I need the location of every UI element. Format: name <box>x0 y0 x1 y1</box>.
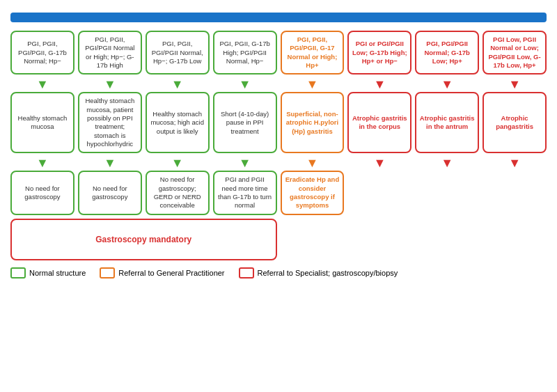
legend-item-2: Referral to Specialist; gastroscopy/biop… <box>239 267 398 279</box>
arrow1-0: ▼ <box>10 78 74 91</box>
top-cell-0: PGI, PGII, PGI/PGII, G-17b Normal; Hp− <box>10 31 74 75</box>
middle-cell-1: Healthy stomach mucosa, patient possibly… <box>78 92 142 153</box>
middle-cell-0: Healthy stomach mucosa <box>10 92 74 153</box>
top-cell-6: PGI, PGI/PGII Normal; G-17b Low; Hp+ <box>415 31 479 75</box>
page: PGI, PGII, PGI/PGII, G-17b Normal; Hp−PG… <box>0 0 557 285</box>
arrow1-1: ▼ <box>78 78 142 91</box>
bottom-cell-3: PGI and PGII need more time than G-17b t… <box>213 171 277 214</box>
bottom-cell-5: Gastroscopy mandatory <box>10 219 277 260</box>
arrow2-0: ▼ <box>10 157 74 169</box>
middle-cell-5: Atrophic gastritis in the corpus <box>347 92 411 153</box>
legend-box-green <box>10 267 26 279</box>
arrow1-2: ▼ <box>146 78 210 91</box>
arrow2-4: ▼ <box>281 157 345 169</box>
top-cell-2: PGI, PGII, PGI/PGII Normal, Hp−; G-17b L… <box>146 31 210 75</box>
middle-cell-4: Superficial, non-atrophic H.pylori (Hp) … <box>281 92 345 153</box>
legend-label-2: Referral to Specialist; gastroscopy/biop… <box>258 269 398 277</box>
middle-cell-6: Atrophic gastritis in the antrum <box>415 92 479 153</box>
arrow1-3: ▼ <box>213 78 277 91</box>
top-cell-3: PGI, PGII, G-17b High; PGI/PGII Normal, … <box>213 31 277 75</box>
middle-cell-2: Healthy stomach mucosa; high acid output… <box>146 92 210 153</box>
bottom-cell-2: No need for gastroscopy; GERD or NERD co… <box>146 171 210 214</box>
top-cell-7: PGI Low, PGII Normal or Low; PGI/PGII Lo… <box>483 31 547 75</box>
arrow-row-2: ▼▼▼▼▼▼▼▼ <box>10 157 547 169</box>
bottom-row: No need for gastroscopyNo need for gastr… <box>10 171 547 260</box>
arrow1-7: ▼ <box>483 78 547 91</box>
arrow-row-1: ▼▼▼▼▼▼▼▼ <box>10 78 547 91</box>
arrow1-4: ▼ <box>281 78 345 91</box>
bottom-cell-4: Eradicate Hp and consider gastroscopy if… <box>281 171 345 214</box>
legend-box-orange <box>100 267 115 279</box>
arrow2-2: ▼ <box>146 157 210 169</box>
top-cell-4: PGI, PGII, PGI/PGII, G-17 Normal or High… <box>281 31 345 75</box>
arrow2-6: ▼ <box>415 157 479 169</box>
arrow2-3: ▼ <box>213 157 277 169</box>
top-cell-1: PGI, PGII, PGI/PGII Normal or High; Hp−;… <box>78 31 142 75</box>
arrow1-6: ▼ <box>415 78 479 91</box>
legend: Normal structureReferral to General Prac… <box>10 267 547 279</box>
legend-item-0: Normal structure <box>10 267 86 279</box>
middle-cell-7: Atrophic pangastritis <box>483 92 547 153</box>
legend-label-0: Normal structure <box>29 269 86 277</box>
middle-row: Healthy stomach mucosaHealthy stomach mu… <box>10 92 547 153</box>
legend-item-1: Referral to General Practitioner <box>100 267 224 279</box>
middle-cell-3: Short (4-10-day) pause in PPI treatment <box>213 92 277 153</box>
arrow1-5: ▼ <box>347 78 411 91</box>
arrow2-1: ▼ <box>78 157 142 169</box>
top-cell-5: PGI or PGI/PGII Low; G-17b High; Hp+ or … <box>347 31 411 75</box>
legend-label-1: Referral to General Practitioner <box>118 269 224 277</box>
arrow2-7: ▼ <box>483 157 547 169</box>
arrow2-5: ▼ <box>347 157 411 169</box>
subtitle-bar <box>10 13 547 22</box>
top-row: PGI, PGII, PGI/PGII, G-17b Normal; Hp−PG… <box>10 31 547 75</box>
legend-box-red <box>239 267 254 279</box>
bottom-cell-0: No need for gastroscopy <box>10 171 74 214</box>
bottom-cell-1: No need for gastroscopy <box>78 171 142 214</box>
